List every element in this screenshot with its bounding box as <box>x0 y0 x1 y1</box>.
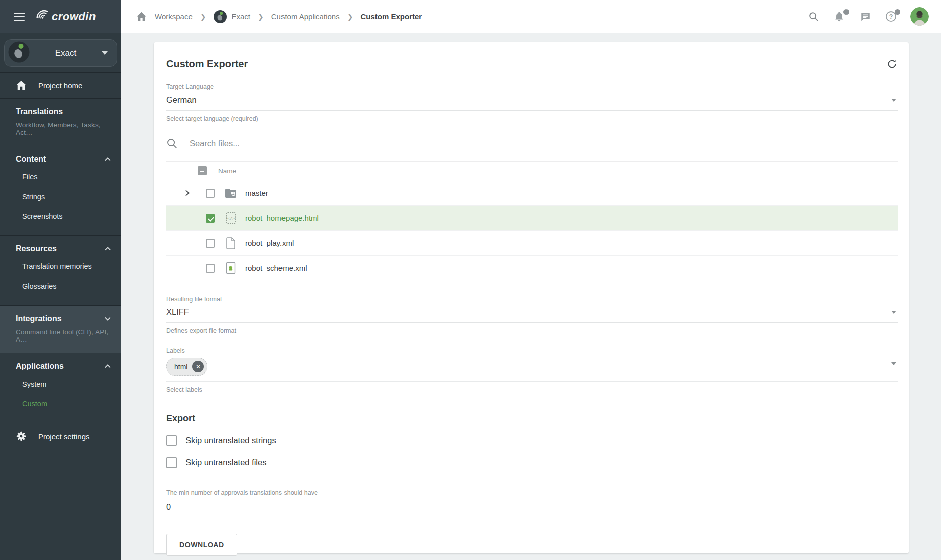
file-name[interactable]: robot_play.xml <box>245 239 294 247</box>
page-title: Custom Exporter <box>166 58 248 70</box>
option-label[interactable]: Skip untranslated files <box>185 458 266 468</box>
target-language-select[interactable]: German <box>166 90 898 111</box>
file-format-helper: Defines export file format <box>166 327 898 334</box>
menu-icon[interactable] <box>14 13 25 21</box>
labels-select[interactable]: html ✕ <box>166 354 898 382</box>
integrations-subtitle: Command line tool (CLI), API, A… <box>16 328 111 343</box>
sidebar-item-label: Project settings <box>38 432 90 441</box>
breadcrumb-current: Custom Exporter <box>360 12 422 21</box>
project-avatar <box>214 10 227 23</box>
search-files-input[interactable] <box>190 139 898 148</box>
sidebar-item-screenshots[interactable]: Screenshots <box>16 206 111 226</box>
row-checkbox[interactable] <box>206 239 215 248</box>
applications-heading[interactable]: Applications <box>16 362 111 371</box>
breadcrumb-workspace[interactable]: Workspace <box>155 12 193 21</box>
resources-heading[interactable]: Resources <box>16 244 111 253</box>
download-button[interactable]: DOWNLOAD <box>166 534 237 556</box>
search-icon[interactable] <box>808 11 820 23</box>
file-format-label: Resulting file format <box>166 296 898 303</box>
file-format-select[interactable]: XLIFF <box>166 303 898 323</box>
select-all-checkbox[interactable] <box>198 166 207 175</box>
label-chip-html[interactable]: html ✕ <box>166 358 207 376</box>
sidebar-item-system[interactable]: System <box>16 374 111 394</box>
top-bar-main: Workspace ❯ Exact ❯ Custom Applications … <box>121 0 941 33</box>
html-file-icon: </> <box>225 212 237 224</box>
skip-untranslated-strings-checkbox[interactable] <box>166 435 177 446</box>
sidebar-section-translations[interactable]: Translations Workflow, Members, Tasks, A… <box>0 99 121 146</box>
skip-untranslated-files-checkbox[interactable] <box>166 457 177 468</box>
home-icon[interactable] <box>135 11 147 23</box>
chevron-right-icon: ❯ <box>258 13 264 21</box>
remove-label-icon[interactable]: ✕ <box>192 361 204 372</box>
sidebar-item-project-home[interactable]: Project home <box>0 73 121 98</box>
chat-icon[interactable] <box>859 11 871 23</box>
breadcrumb-project[interactable]: Exact <box>214 10 251 23</box>
option-label[interactable]: Skip untranslated strings <box>185 436 276 445</box>
sidebar: Exact Project home Translations Workflow… <box>0 33 121 560</box>
crowdin-logo[interactable]: crowdin <box>35 9 96 24</box>
breadcrumb-custom-applications[interactable]: Custom Applications <box>271 12 340 21</box>
chevron-down-icon <box>891 311 896 314</box>
sidebar-section-resources: Resources Translation memories Glossarie… <box>0 236 121 306</box>
help-badge <box>895 9 900 15</box>
sidebar-item-label: Project home <box>38 81 82 90</box>
files-table-header: Name <box>166 161 898 180</box>
sidebar-item-project-settings[interactable]: Project settings <box>0 423 121 449</box>
expand-chevron-icon[interactable] <box>183 189 191 197</box>
refresh-icon[interactable] <box>886 58 898 70</box>
target-language-label: Target Language <box>166 83 898 90</box>
svg-text:</>: </> <box>227 216 235 221</box>
table-row-robot-play[interactable]: robot_play.xml <box>166 231 898 256</box>
sidebar-item-glossaries[interactable]: Glossaries <box>16 276 111 296</box>
label-chip-text: html <box>174 363 187 371</box>
notification-badge <box>843 9 849 15</box>
brand-area: crowdin <box>0 0 121 33</box>
gear-icon <box>16 431 27 442</box>
sidebar-section-content: Content Files Strings Screenshots <box>0 146 121 236</box>
section-title: Integrations <box>16 314 62 323</box>
sidebar-item-custom[interactable]: Custom <box>16 394 111 413</box>
chevron-up-icon <box>105 157 111 161</box>
approvals-input[interactable] <box>166 499 323 517</box>
sidebar-item-strings[interactable]: Strings <box>16 186 111 206</box>
table-row-robot-homepage[interactable]: </> robot_homepage.html <box>166 206 898 231</box>
translations-subtitle: Workflow, Members, Tasks, Act… <box>16 121 111 136</box>
section-title: Translations <box>16 107 63 116</box>
table-row-master[interactable]: master <box>166 180 898 206</box>
bell-icon[interactable] <box>833 11 845 23</box>
project-switcher[interactable]: Exact <box>4 39 117 67</box>
table-row-robot-scheme[interactable]: robot_scheme.xml <box>166 256 898 281</box>
row-checkbox[interactable] <box>206 264 215 273</box>
breadcrumb: Workspace ❯ Exact ❯ Custom Applications … <box>135 10 422 23</box>
top-bar-actions: ? <box>808 7 929 26</box>
content-heading[interactable]: Content <box>16 155 111 164</box>
integrations-heading[interactable]: Integrations <box>16 314 111 323</box>
file-name[interactable]: robot_homepage.html <box>245 214 319 222</box>
row-checkbox[interactable] <box>206 214 215 223</box>
project-switcher-wrap: Exact <box>0 33 121 73</box>
sidebar-section-integrations[interactable]: Integrations Command line tool (CLI), AP… <box>0 306 121 353</box>
file-name[interactable]: master <box>245 189 268 197</box>
approvals-field: The min number of approvals translations… <box>166 489 898 517</box>
project-settings-block: Project settings <box>0 423 121 449</box>
breadcrumb-project-label: Exact <box>232 12 251 21</box>
sidebar-item-translation-memories[interactable]: Translation memories <box>16 256 111 276</box>
sidebar-item-files[interactable]: Files <box>16 167 111 186</box>
chevron-down-icon <box>105 317 111 321</box>
file-format-value: XLIFF <box>166 307 189 316</box>
chevron-right-icon: ❯ <box>200 13 206 21</box>
file-search <box>166 135 898 155</box>
row-checkbox[interactable] <box>206 189 215 198</box>
labels-helper: Select labels <box>166 386 898 393</box>
skip-untranslated-files-option: Skip untranslated files <box>166 457 898 468</box>
help-icon[interactable]: ? <box>885 11 897 23</box>
android-xml-file-icon <box>225 262 237 274</box>
approvals-label: The min number of approvals translations… <box>166 489 898 496</box>
files-table: Name master </> robot_homepage.html <box>166 161 898 281</box>
labels-label: Labels <box>166 347 898 354</box>
project-avatar <box>8 41 30 65</box>
file-name[interactable]: robot_scheme.xml <box>245 264 307 272</box>
translations-heading[interactable]: Translations <box>16 107 111 116</box>
project-name: Exact <box>30 48 102 58</box>
user-avatar[interactable] <box>910 7 929 26</box>
